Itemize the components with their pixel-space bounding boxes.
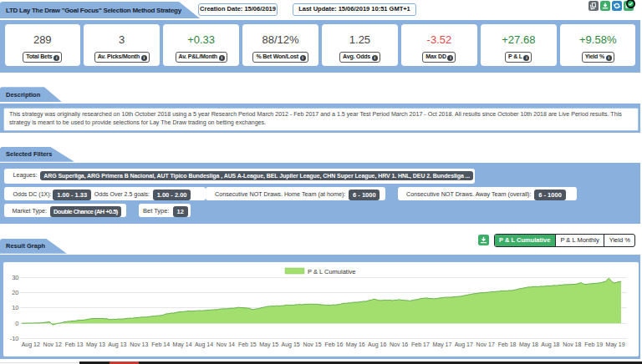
svg-text:Nov 17: Nov 17 — [476, 341, 495, 347]
svg-text:Feb 15: Feb 15 — [238, 341, 257, 347]
svg-text:Feb 16: Feb 16 — [325, 341, 344, 347]
svg-text:Feb 18: Feb 18 — [498, 341, 517, 347]
svg-text:Feb 19: Feb 19 — [584, 341, 603, 347]
svg-text:May 17: May 17 — [432, 341, 451, 348]
svg-text:10: 10 — [12, 304, 18, 311]
svg-text:P & L Cumulative: P & L Cumulative — [308, 268, 356, 276]
svg-text:Feb 17: Feb 17 — [411, 341, 430, 347]
svg-text:Aug 14: Aug 14 — [195, 341, 213, 348]
svg-text:Nov 14: Nov 14 — [217, 341, 235, 347]
svg-text:May 18: May 18 — [519, 341, 538, 348]
svg-text:Aug 16: Aug 16 — [368, 341, 386, 348]
svg-text:May 14: May 14 — [173, 341, 192, 348]
svg-text:Aug 12: Aug 12 — [22, 341, 40, 348]
svg-text:30: 30 — [12, 274, 18, 281]
svg-text:Feb 14: Feb 14 — [151, 341, 170, 347]
svg-text:20: 20 — [12, 289, 18, 296]
svg-text:Nov 18: Nov 18 — [563, 341, 581, 347]
svg-text:Nov 16: Nov 16 — [390, 341, 408, 347]
svg-text:May 15: May 15 — [259, 341, 278, 348]
svg-text:0: 0 — [15, 320, 18, 327]
svg-text:Feb 13: Feb 13 — [65, 341, 84, 347]
svg-text:Nov 13: Nov 13 — [130, 341, 148, 347]
svg-text:Aug 13: Aug 13 — [108, 341, 126, 348]
svg-text:Nov 12: Nov 12 — [43, 341, 62, 347]
svg-text:Aug 18: Aug 18 — [541, 341, 559, 348]
svg-text:May 13: May 13 — [86, 341, 105, 348]
svg-text:May 16: May 16 — [346, 341, 365, 348]
svg-text:Aug 17: Aug 17 — [455, 341, 473, 348]
svg-text:May 19: May 19 — [606, 341, 625, 348]
svg-text:Nov 15: Nov 15 — [303, 341, 321, 347]
svg-text:-10: -10 — [10, 335, 19, 342]
svg-text:Aug 15: Aug 15 — [282, 341, 300, 348]
